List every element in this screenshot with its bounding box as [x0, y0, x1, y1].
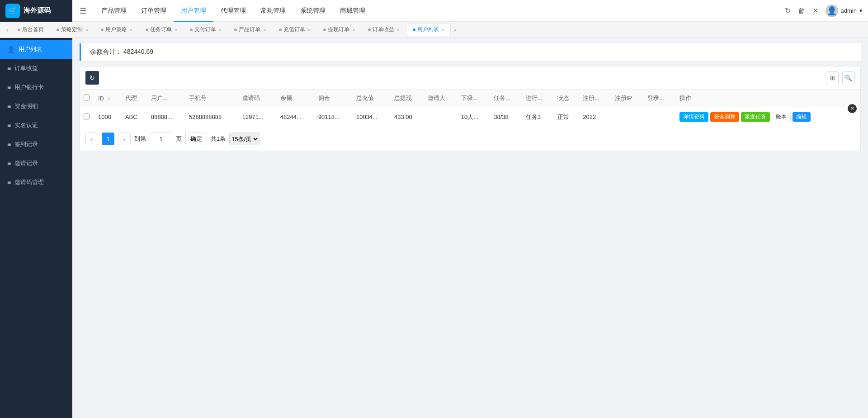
- list-icon-4: ≡: [7, 122, 11, 129]
- tab-close-pay-order[interactable]: ×: [219, 27, 222, 33]
- finance-button[interactable]: 资金调整: [710, 112, 739, 122]
- search-icon: 🔍: [845, 75, 852, 81]
- col-progress: 进行...: [522, 90, 554, 107]
- sidebar-item-real-name[interactable]: ≡ 实名认证: [0, 116, 72, 135]
- tab-recharge-order[interactable]: 充值订单 ×: [274, 24, 316, 36]
- tab-task-order[interactable]: 任务订单 ×: [140, 24, 183, 36]
- page-confirm-button[interactable]: 确定: [185, 133, 207, 145]
- table-refresh-button[interactable]: ↻: [85, 71, 99, 85]
- col-total-withdraw: 总提现: [391, 90, 424, 107]
- tab-close-order-income[interactable]: ×: [397, 27, 400, 33]
- select-all-header[interactable]: [80, 90, 94, 107]
- page-1-button[interactable]: 1: [102, 133, 114, 145]
- detail-button[interactable]: 详情资料: [679, 112, 708, 122]
- page-unit: 页: [176, 135, 182, 143]
- col-login-time: 登录...: [644, 90, 676, 107]
- next-page-button[interactable]: ›: [118, 133, 131, 145]
- tab-order-income[interactable]: 订单收益 ×: [363, 24, 405, 36]
- tab-close-withdraw-order[interactable]: ×: [352, 27, 355, 33]
- tab-strategy[interactable]: 策略定制 ×: [51, 24, 94, 36]
- cell-invite-code: 12971...: [239, 107, 277, 127]
- tab-next-arrow[interactable]: ›: [452, 26, 459, 33]
- body-layout: 👤 用户列表 ≡ 订单收益 ≡ 用户银行卡 ≡ 资金明细 ≡ 实名认证 ≡ 签到…: [0, 38, 868, 418]
- page-input[interactable]: [150, 133, 172, 145]
- tab-bar: ‹ 后台首页 策略定制 × 用户策略 × 任务订单 × 支付订单 × 产品订单 …: [0, 22, 868, 38]
- sidebar-item-signin[interactable]: ≡ 签到记录: [0, 135, 72, 154]
- col-balance: 余额: [277, 90, 315, 107]
- cell-status: 正常: [554, 107, 579, 127]
- summary-value: 482440.69: [123, 48, 153, 55]
- edit-button[interactable]: 编辑: [793, 112, 811, 122]
- sidebar-item-fund-detail[interactable]: ≡ 资金明细: [0, 97, 72, 116]
- summary-bar: 余额合计： 482440.69: [80, 43, 861, 61]
- delete-icon[interactable]: 🗑: [798, 7, 805, 15]
- pagination: ‹ 1 › 到第 页 确定 共1条 15条/页30条/页50条/页: [80, 127, 860, 151]
- sidebar-item-bank-card[interactable]: ≡ 用户银行卡: [0, 78, 72, 97]
- tab-backend-home[interactable]: 后台首页: [12, 24, 49, 36]
- tab-close-product-order[interactable]: ×: [263, 27, 266, 33]
- col-invite-code: 邀请码: [239, 90, 277, 107]
- user-list-card: ↻ ⊞ 🔍: [80, 66, 861, 151]
- logo-icon: 🛒: [5, 4, 20, 18]
- col-task: 任务...: [490, 90, 522, 107]
- user-icon: 👤: [7, 46, 15, 53]
- chevron-down-icon: ▾: [859, 7, 863, 14]
- page-size-select[interactable]: 15条/页30条/页50条/页: [229, 133, 259, 145]
- nav-mall[interactable]: 商城管理: [333, 0, 373, 22]
- tab-user-strategy[interactable]: 用户策略 ×: [95, 24, 138, 36]
- table-row: 1000 ABC 88888... 5288888888 12971... 48…: [80, 107, 860, 127]
- sidebar-item-user-list[interactable]: 👤 用户列表: [0, 40, 72, 59]
- nav-user[interactable]: 用户管理: [174, 0, 213, 22]
- tab-close-task-order[interactable]: ×: [175, 27, 177, 33]
- list-icon-7: ≡: [7, 179, 11, 186]
- assign-task-button[interactable]: 派发任务: [741, 112, 770, 122]
- col-phone: 手机号: [185, 90, 239, 107]
- summary-label: 余额合计：: [90, 48, 122, 55]
- tab-close-strategy[interactable]: ×: [85, 27, 88, 33]
- tab-close-recharge-order[interactable]: ×: [308, 27, 311, 33]
- cell-id: 1000: [94, 107, 122, 127]
- table-wrap: ID ⇅ 代理 用户... 手机号 邀请码 余额 佣金 总充值 总提现 邀请人 …: [80, 90, 860, 127]
- refresh-icon[interactable]: ↻: [785, 6, 791, 15]
- card-toolbar: ↻ ⊞ 🔍: [80, 66, 860, 90]
- tab-close-user-list[interactable]: ×: [442, 27, 444, 33]
- nav-agent[interactable]: 代理管理: [213, 0, 253, 22]
- tab-product-order[interactable]: 产品订单 ×: [229, 24, 271, 36]
- nav-product[interactable]: 产品管理: [94, 0, 134, 22]
- select-all-checkbox[interactable]: [84, 95, 90, 100]
- prev-page-button[interactable]: ‹: [85, 133, 98, 145]
- sidebar-item-invite-record[interactable]: ≡ 邀请记录: [0, 154, 72, 173]
- tab-prev-arrow[interactable]: ‹: [4, 26, 11, 33]
- row-checkbox-cell[interactable]: [80, 107, 94, 127]
- tab-withdraw-order[interactable]: 提现订单 ×: [318, 24, 360, 36]
- menu-toggle-icon[interactable]: ☰: [80, 6, 87, 16]
- nav-order[interactable]: 订单管理: [134, 0, 174, 22]
- user-area[interactable]: 👤 admin ▾: [826, 5, 863, 17]
- toolbar-right: ⊞ 🔍: [826, 71, 855, 84]
- user-table: ID ⇅ 代理 用户... 手机号 邀请码 余额 佣金 总充值 总提现 邀请人 …: [80, 90, 860, 127]
- ledger-button[interactable]: 账本: [772, 112, 791, 122]
- list-icon-1: ≡: [7, 65, 11, 72]
- nav-general[interactable]: 常规管理: [253, 0, 293, 22]
- sort-icon[interactable]: ⇅: [107, 96, 110, 101]
- cell-subordinate: 10人...: [458, 107, 490, 127]
- close-icon[interactable]: ✕: [812, 6, 818, 15]
- col-username: 用户...: [147, 90, 185, 107]
- cell-phone: 5288888888: [185, 107, 239, 127]
- col-subordinate: 下级...: [458, 90, 490, 107]
- search-button[interactable]: 🔍: [842, 71, 855, 84]
- avatar: 👤: [826, 5, 838, 17]
- top-nav-items: 产品管理 订单管理 用户管理 代理管理 常规管理 系统管理 商城管理: [94, 0, 785, 22]
- tab-close-user-strategy[interactable]: ×: [130, 27, 132, 33]
- tab-user-list[interactable]: 用户列表 ×: [407, 24, 450, 36]
- sidebar-item-order-income[interactable]: ≡ 订单收益: [0, 59, 72, 78]
- nav-system[interactable]: 系统管理: [293, 0, 333, 22]
- list-icon-3: ≡: [7, 103, 11, 110]
- cell-login-time: [644, 107, 676, 127]
- close-float-button[interactable]: ✕: [848, 104, 857, 113]
- sidebar-item-invite-code[interactable]: ≡ 邀请码管理: [0, 173, 72, 192]
- grid-view-button[interactable]: ⊞: [826, 71, 839, 84]
- tab-pay-order[interactable]: 支付订单 ×: [184, 24, 227, 36]
- row-checkbox[interactable]: [84, 114, 90, 119]
- logo-text: 海外源码: [24, 6, 51, 15]
